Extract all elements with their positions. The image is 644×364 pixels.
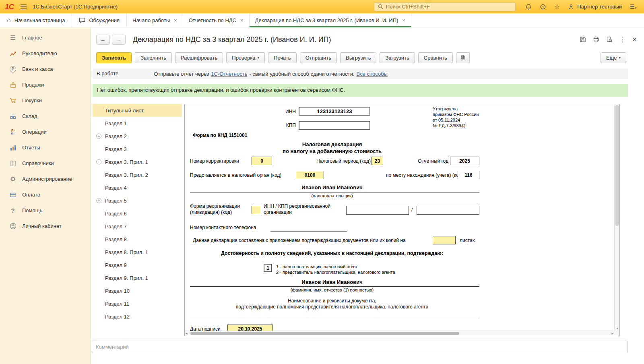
section-item-razdel-9-pril-1[interactable]: Раздел 9. Прил. 1 [93, 271, 182, 284]
sidebar-item-rukovoditelyu[interactable]: Руководителю [0, 46, 90, 61]
sidebar-item-oplata[interactable]: Оплата [0, 187, 90, 203]
sidebar-item-prodazhi[interactable]: Продажи [0, 77, 90, 93]
search-input[interactable] [386, 4, 512, 10]
section-item-razdel-3-pril-2[interactable]: Раздел 3. Прил. 2 [93, 168, 182, 181]
correction-field[interactable]: 0 [252, 157, 272, 165]
authority-field[interactable]: 0100 [296, 171, 324, 179]
section-item-razdel-6[interactable]: Раздел 6 [93, 207, 182, 220]
tab-nachalo-raboty[interactable]: Начало работы × [127, 13, 183, 27]
sidebar-item-operacii[interactable]: ДтКт Операции [0, 124, 90, 140]
authority-label: Представляется в налоговый орган (код) [190, 172, 281, 178]
scroll-down-icon[interactable]: ▾ [615, 327, 620, 330]
inn-label: ИНН [272, 109, 296, 114]
approved-line: приказом ФНС России [433, 112, 479, 117]
expand-icon[interactable]: + [96, 134, 101, 139]
section-item-razdel-8-pril-1[interactable]: Раздел 8. Прил. 1 [93, 246, 182, 259]
compare-button[interactable]: Сравнить [418, 52, 453, 63]
scroll-left-icon[interactable]: ◂ [186, 331, 188, 335]
expand-icon[interactable]: + [96, 198, 101, 203]
1c-reporting-link[interactable]: 1С-Отчетность [211, 71, 247, 77]
save-icon[interactable] [580, 36, 586, 43]
discussions-button[interactable]: Обсуждения [72, 13, 127, 27]
section-item-razdel-7[interactable]: Раздел 7 [93, 220, 182, 233]
fill-button[interactable]: Заполнить [135, 52, 172, 63]
decrypt-button[interactable]: Расшифровать [175, 52, 223, 63]
back-button[interactable]: ← [96, 35, 110, 45]
section-item-razdel-1[interactable]: Раздел 1 [93, 117, 182, 130]
print-button[interactable]: Печать [268, 52, 297, 63]
help-question-icon: ? [9, 207, 17, 214]
attachments-button[interactable] [456, 52, 470, 63]
tab-otchetnost-nds[interactable]: Отчетность по НДС × [183, 13, 250, 27]
preview-icon[interactable] [606, 36, 613, 43]
tab-declaration-active[interactable]: Декларация по НДС за 3 квартал 2025 г. (… [250, 13, 411, 27]
reorg-inn-field[interactable] [346, 206, 409, 215]
main-menu-icon[interactable] [20, 4, 27, 10]
horizontal-scrollbar[interactable]: ◂ ▸ [185, 331, 614, 336]
sidebar-item-pomosch[interactable]: ? Помощь [0, 203, 90, 218]
pages-field[interactable] [433, 236, 456, 244]
home-page-button[interactable]: ⌂ Начальная страница [0, 13, 72, 27]
knd-label: Форма по КНД 1151001 [193, 132, 247, 138]
tab-close-icon[interactable]: × [402, 18, 405, 23]
section-item-razdel-11[interactable]: Раздел 11 [93, 297, 182, 310]
comment-input[interactable] [92, 341, 628, 353]
expand-icon[interactable]: + [96, 159, 101, 165]
reorg-code-field[interactable] [252, 206, 261, 214]
sidebar-item-bank-kassa[interactable]: P Банк и касса [0, 61, 90, 77]
section-item-razdel-12[interactable]: Раздел 12 [93, 310, 182, 323]
export-button[interactable]: Выгрузить [340, 52, 376, 63]
section-item-razdel-4[interactable]: Раздел 4 [93, 181, 182, 194]
history-icon[interactable] [540, 4, 546, 10]
inn-field[interactable]: 123123123123 [299, 107, 370, 116]
check-button[interactable]: Проверка ▾ [226, 52, 265, 63]
favorites-star-icon[interactable]: ☆ [554, 4, 560, 10]
sidebar-item-otchety[interactable]: Отчеты [0, 140, 90, 155]
save-button[interactable]: Записать [96, 52, 132, 63]
print-icon[interactable] [593, 36, 599, 43]
user-account[interactable]: Партнер тестовый [568, 4, 622, 10]
send-button[interactable]: Отправить [300, 52, 337, 63]
section-item-razdel-5[interactable]: +Раздел 5 [93, 194, 182, 207]
location-field[interactable]: 116 [458, 171, 479, 179]
section-item-razdel-8[interactable]: Раздел 8 [93, 233, 182, 246]
tab-close-icon[interactable]: × [240, 18, 244, 23]
sidebar-item-glavnoe[interactable]: ☰ Главное [0, 30, 90, 46]
period-field[interactable]: 23 [372, 157, 383, 165]
section-item-razdel-10[interactable]: Раздел 10 [93, 284, 182, 297]
global-search[interactable] [374, 2, 516, 11]
import-button[interactable]: Загрузить [380, 52, 415, 63]
close-icon[interactable]: × [632, 36, 637, 43]
kpp-field[interactable] [299, 121, 370, 130]
status-state-link[interactable]: В работе [97, 70, 118, 77]
reorg-kpp-field[interactable] [417, 206, 479, 215]
sidebar-item-lichny-kabinet[interactable]: Личный кабинет [0, 218, 90, 234]
sidebar-item-pokupki[interactable]: Покупки [0, 93, 90, 108]
notifications-bell-icon[interactable] [525, 4, 532, 10]
service-menu-icon[interactable] [630, 4, 637, 10]
forward-button[interactable]: → [112, 35, 126, 45]
signer-code-field[interactable]: 1 [264, 264, 272, 272]
sign-date-field[interactable]: 20.10.2025 [227, 325, 273, 331]
sidebar-item-administrirovanie[interactable]: ⚙ Администрирование [0, 171, 90, 187]
section-item-title-page[interactable]: Титульный лист [93, 104, 182, 117]
horizontal-scrollbar-thumb[interactable] [190, 332, 459, 335]
main-sections-icon: ☰ [9, 34, 17, 41]
vertical-scrollbar[interactable]: ▾ [614, 104, 619, 331]
section-item-razdel-3[interactable]: Раздел 3 [93, 143, 182, 155]
phone-field-line[interactable] [270, 231, 347, 232]
more-button[interactable]: Еще ▾ [601, 52, 626, 63]
all-methods-link[interactable]: Все способы [357, 71, 388, 77]
vertical-scrollbar-thumb[interactable] [615, 105, 619, 226]
topbar-icons: ☆ Партнер тестовый [525, 4, 637, 10]
sidebar-item-sklad[interactable]: Склад [0, 108, 90, 124]
section-item-razdel-9[interactable]: Раздел 9 [93, 259, 182, 271]
year-field[interactable]: 2025 [450, 157, 479, 165]
sidebar-item-spravochniki[interactable]: Справочники [0, 155, 90, 171]
tab-close-icon[interactable]: × [174, 18, 177, 23]
scroll-right-icon[interactable]: ▸ [611, 331, 613, 335]
more-menu-icon[interactable]: ⋮ [619, 37, 625, 43]
sidebar-item-label: Банк и касса [22, 66, 53, 72]
section-item-razdel-3-pril-1[interactable]: +Раздел 3. Прил. 1 [93, 155, 182, 168]
section-item-razdel-2[interactable]: +Раздел 2 [93, 130, 182, 143]
